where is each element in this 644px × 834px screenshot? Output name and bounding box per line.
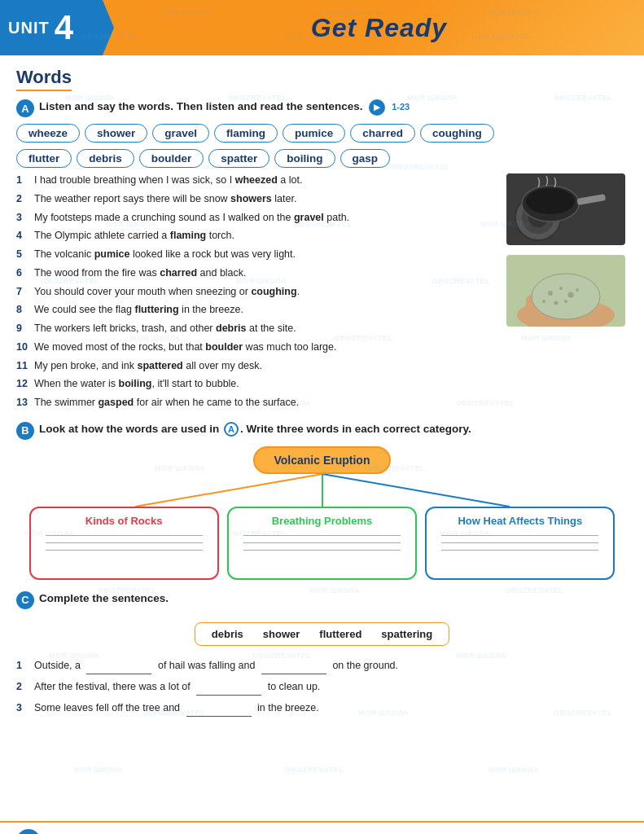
wb-word-2: shower <box>263 628 300 640</box>
wb-word-3: fluttered <box>319 628 361 640</box>
sentence-6: 6 The wood from the fire was charred and… <box>16 266 497 281</box>
activity-b-section: B Look at how the words are used in A. W… <box>16 422 628 580</box>
word-coughing: coughing <box>420 124 494 143</box>
category-heat-affects: How Heat Affects Things <box>425 507 615 580</box>
svg-point-16 <box>532 274 600 319</box>
page-title: Get Ready <box>114 13 644 43</box>
word-spatter: spatter <box>208 149 269 168</box>
activity-b-instruction: Look at how the words are used in A. Wri… <box>39 422 471 437</box>
photo-rock <box>506 254 628 331</box>
word-charred: charred <box>350 124 415 143</box>
activity-c-section: C Complete the sentences. debris shower … <box>16 591 628 717</box>
activity-c-instruction: Complete the sentences. <box>39 591 169 607</box>
activity-a-label: A <box>16 99 34 117</box>
activity-c-row: C Complete the sentences. <box>16 591 628 609</box>
svg-point-5 <box>526 188 575 214</box>
sentence-2: 2 The weather report says there will be … <box>16 191 497 207</box>
category-rocks-label: Kinds of Rocks <box>41 515 208 527</box>
word-gravel: gravel <box>152 124 209 143</box>
svg-point-21 <box>576 288 579 292</box>
section-title: Words <box>16 67 72 91</box>
category-breathing-label: Breathing Problems <box>239 515 405 527</box>
unit-number: 4 <box>55 11 73 45</box>
fill-sentence-2: 2 After the festival, there was a lot of… <box>16 678 628 696</box>
volcanic-diagram: Volcanic Eruption <box>16 446 628 580</box>
connector-lines <box>37 474 607 507</box>
photos-area <box>506 173 628 414</box>
svg-line-27 <box>322 474 510 507</box>
word-gasp: gasp <box>340 149 391 168</box>
word-wheeze: wheeze <box>16 124 80 143</box>
blank-2[interactable] <box>196 678 261 696</box>
svg-point-19 <box>568 292 574 298</box>
fill-sentence-3: 3 Some leaves fell off the tree and in t… <box>16 700 628 717</box>
word-boulder: boulder <box>139 149 204 168</box>
word-flutter: flutter <box>16 149 72 168</box>
sentences-list: 1 I had trouble breathing when I was sic… <box>16 173 497 414</box>
sentence-12: 12 When the water is boiling, it'll star… <box>16 376 497 392</box>
photo-pan <box>506 173 628 249</box>
blank-3[interactable] <box>186 700 252 717</box>
word-flaming: flaming <box>214 124 278 143</box>
main-content: Words A Listen and say the words. Then l… <box>0 55 644 821</box>
sentence-9: 9 The workers left bricks, trash, and ot… <box>16 321 497 336</box>
header: UNIT 4 Get Ready <box>0 0 644 55</box>
unit-badge: UNIT 4 <box>0 0 114 55</box>
svg-point-18 <box>559 287 563 290</box>
wb-word-4: spattering <box>381 628 432 640</box>
activity-c-label: C <box>16 591 34 609</box>
svg-point-20 <box>554 301 559 305</box>
words-section: Words A Listen and say the words. Then l… <box>16 67 628 414</box>
svg-point-23 <box>542 300 545 303</box>
svg-line-25 <box>135 474 322 507</box>
sentence-1: 1 I had trouble breathing when I was sic… <box>16 173 497 188</box>
fill-sentence-1: 1 Outside, a of hail was falling and on … <box>16 657 628 674</box>
word-shower: shower <box>85 124 147 143</box>
sentences-area: 1 I had trouble breathing when I was sic… <box>16 173 628 414</box>
sentence-8: 8 We could see the flag fluttering in th… <box>16 302 497 318</box>
page-footer: 36 Unit 4 Vocabulary: Volcanic Eruptions <box>0 821 644 834</box>
sentence-13: 13 The swimmer gasped for air when he ca… <box>16 395 497 410</box>
word-pumice: pumice <box>283 124 345 143</box>
activity-b-label: B <box>16 422 34 440</box>
word-debris: debris <box>77 149 134 168</box>
sentence-5: 5 The volcanic pumice looked like a rock… <box>16 247 497 262</box>
activity-b-row: B Look at how the words are used in A. W… <box>16 422 628 440</box>
audio-icon[interactable]: ▶ <box>369 99 385 116</box>
word-boiling: boiling <box>274 149 335 168</box>
word-bank: debris shower fluttered spattering <box>195 622 449 646</box>
sentence-7: 7 You should cover your mouth when sneez… <box>16 284 497 300</box>
circle-a: A <box>224 422 239 437</box>
diagram-center-box: Volcanic Eruption <box>253 446 392 474</box>
blank-1b[interactable] <box>261 657 326 674</box>
category-breathing-problems: Breathing Problems <box>227 507 417 580</box>
category-kinds-of-rocks: Kinds of Rocks <box>29 507 219 580</box>
activity-a-row: A Listen and say the words. Then listen … <box>16 99 628 117</box>
wb-word-1: debris <box>212 628 243 640</box>
sentence-4: 4 The Olympic athlete carried a flaming … <box>16 228 497 244</box>
sentence-3: 3 My footsteps made a crunching sound as… <box>16 210 497 226</box>
word-row-1: wheeze shower gravel flaming pumice char… <box>16 124 628 143</box>
svg-point-17 <box>548 291 553 296</box>
sentence-10: 10 We moved most of the rocks, but that … <box>16 340 497 355</box>
svg-point-22 <box>564 300 567 303</box>
blank-1a[interactable] <box>86 657 151 674</box>
word-row-2: flutter debris boulder spatter boiling g… <box>16 149 628 168</box>
unit-label: UNIT <box>8 19 50 37</box>
sentence-11: 11 My pen broke, and ink spattered all o… <box>16 358 497 374</box>
category-heat-label: How Heat Affects Things <box>436 515 603 527</box>
page-number: 36 <box>16 829 41 834</box>
activity-a-instruction: Listen and say the words. Then listen an… <box>39 99 410 116</box>
